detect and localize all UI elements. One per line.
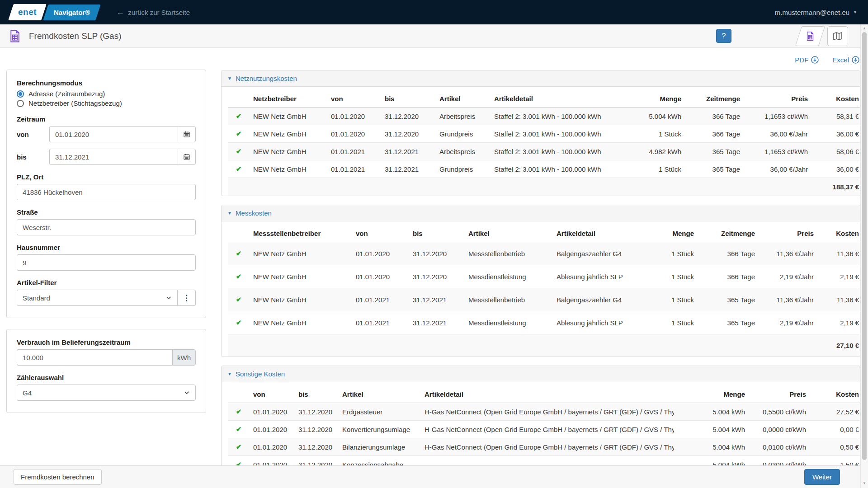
top-navbar: enet Navigator® ← zurück zur Startseite … [0, 0, 868, 24]
check-icon: ✔ [236, 130, 242, 137]
col-artikeldetail: Artikeldetail [553, 222, 648, 242]
cell-messstellenbetreiber: NEW Netz GmbH [250, 265, 352, 288]
von-calendar-button[interactable] [178, 126, 196, 142]
cell-preis: 2,19 €/Jahr [759, 265, 817, 288]
hausnummer-input[interactable] [17, 254, 196, 271]
artikel-filter-select[interactable]: Standard [17, 290, 178, 306]
radio-adresse-control[interactable] [17, 90, 24, 98]
bis-date-input[interactable] [49, 149, 178, 165]
cell-kosten: 1,50 € [810, 456, 860, 466]
help-button[interactable]: ? [716, 29, 731, 43]
radio-netzbetreiber-control[interactable] [17, 100, 24, 107]
section-title: Messkosten [236, 209, 272, 217]
cell-bis: 31.12.2021 [381, 160, 436, 178]
cell-preis: 0,0300 ct/kWh [749, 456, 810, 466]
col-kosten: Kosten [817, 222, 860, 242]
col-kosten: Kosten [810, 383, 860, 403]
cell-kosten: 11,36 € [817, 288, 860, 311]
cell-bis: 31.12.2021 [409, 288, 465, 311]
section-title: Netznutzungskosten [236, 75, 297, 82]
cell-von: 01.01.2020 [250, 403, 295, 421]
enet-navigator-logo[interactable]: enet Navigator® [11, 4, 98, 20]
cell-artikel: Konzessionsabgabe [339, 456, 421, 466]
logo-enet-text: enet [18, 7, 37, 17]
col-netzbetreiber: Netzbetreiber [250, 88, 327, 108]
weiter-button[interactable]: Weiter [804, 469, 840, 485]
cell-artikeldetail: Balgengaszaehler G4 [553, 242, 648, 265]
strasse-label: Straße [17, 208, 196, 216]
radio-netzbetreiber[interactable]: Netzbetreiber (Stichtagsbezug) [17, 99, 196, 107]
von-date-input[interactable] [49, 126, 178, 142]
cell-kosten: 0,00 € [810, 421, 860, 438]
vertical-scrollbar[interactable]: ▲ ▼ [860, 24, 868, 488]
check-icon: ✔ [236, 147, 242, 155]
cell-artikeldetail: Staffel 2: 3.001 kWh - 100.000 kWh [491, 143, 626, 160]
scrollbar-thumb[interactable] [862, 32, 867, 460]
cell-preis: 11,36 €/Jahr [759, 242, 817, 265]
table-row: ✔ NEW Netz GmbH 01.01.2021 31.12.2021 Ar… [228, 143, 860, 160]
col-artikeldetail: Artikeldetail [421, 383, 674, 403]
cell-artikel: Erdgassteuer [339, 403, 421, 421]
cell-artikeldetail: H-Gas NetConnect (Open Grid Europe GmbH … [421, 403, 674, 421]
cell-menge: 1 Stück [648, 311, 698, 334]
col-artikel: Artikel [339, 383, 421, 403]
col-menge: Menge [674, 383, 749, 403]
page-title: Fremdkosten SLP (Gas) [29, 31, 122, 41]
cell-von: 01.01.2020 [250, 421, 295, 438]
scroll-up-icon[interactable]: ▲ [861, 26, 868, 30]
consumption-card: Verbrauch im Belieferungszeitraum kWh Zä… [6, 329, 206, 413]
check-icon: ✔ [236, 408, 242, 415]
cell-artikeldetail: Staffel 2: 3.001 kWh - 100.000 kWh [491, 108, 626, 125]
excel-export-link[interactable]: Excel [832, 56, 859, 64]
cell-zeitmenge: 365 Tage [685, 143, 744, 160]
check-column-header [228, 88, 250, 108]
sonstige-kosten-table: von bis Artikel Artikeldetail Menge Prei… [228, 383, 860, 465]
cell-kosten: 36,00 € [811, 160, 860, 178]
cell-zeitmenge: 366 Tage [685, 108, 744, 125]
cell-netzbetreiber: NEW Netz GmbH [250, 160, 327, 178]
check-icon: ✔ [236, 165, 242, 173]
artikel-filter-menu-button[interactable]: ⋮ [178, 290, 196, 306]
col-preis: Preis [749, 383, 810, 403]
table-row: ✔ NEW Netz GmbH 01.01.2021 31.12.2021 Gr… [228, 160, 860, 178]
cell-kosten: 36,00 € [811, 125, 860, 143]
calculate-button[interactable]: Fremdkosten berechnen [14, 469, 102, 485]
cell-von: 01.01.2020 [250, 438, 295, 456]
zaehlerauswahl-select[interactable]: G4 [17, 385, 196, 401]
cell-netzbetreiber: NEW Netz GmbH [250, 125, 327, 143]
report-document-button[interactable] [795, 26, 825, 46]
cell-kosten: 11,36 € [817, 242, 860, 265]
col-preis: Preis [744, 88, 811, 108]
sonstige-kosten-toggle[interactable]: ▼ Sonstige Kosten [222, 366, 860, 382]
strasse-input[interactable] [17, 219, 196, 235]
map-button[interactable] [827, 26, 848, 46]
user-menu[interactable]: m.mustermann@enet.eu ▼ [775, 9, 857, 16]
cell-zeitmenge: 365 Tage [698, 288, 759, 311]
plz-ort-input[interactable] [17, 184, 196, 200]
page-header: Fremdkosten SLP (Gas) ? [0, 24, 868, 48]
caret-down-icon: ▼ [853, 10, 857, 14]
cell-preis: 2,19 €/Jahr [759, 311, 817, 334]
netznutzungskosten-toggle[interactable]: ▼ Netznutzungskosten [222, 70, 860, 87]
cell-menge: 5.004 kWh [626, 108, 685, 125]
cell-artikel: Arbeitspreis [436, 143, 491, 160]
check-column-header [228, 383, 250, 403]
verbrauch-input[interactable] [17, 349, 172, 366]
back-to-home-link[interactable]: ← zurück zur Startseite [116, 8, 190, 16]
scroll-down-icon[interactable]: ▼ [861, 481, 868, 485]
cell-artikeldetail: H-Gas NetConnect (Open Grid Europe GmbH … [421, 421, 674, 438]
pdf-export-link[interactable]: PDF [795, 56, 819, 64]
chevron-down-icon [165, 295, 172, 301]
col-artikel: Artikel [436, 88, 491, 108]
bis-calendar-button[interactable] [178, 149, 196, 165]
table-row: ✔ NEW Netz GmbH 01.01.2021 31.12.2021 Me… [228, 288, 860, 311]
cell-menge: 5.004 kWh [674, 421, 749, 438]
messkosten-toggle[interactable]: ▼ Messkosten [222, 205, 860, 221]
radio-adresse[interactable]: Adresse (Zeitraumbezug) [17, 90, 196, 98]
cell-artikeldetail: Ablesung jährlich SLP [553, 265, 648, 288]
col-bis: bis [295, 383, 339, 403]
cell-kosten: 0,50 € [810, 438, 860, 456]
cell-menge: 4.982 kWh [626, 143, 685, 160]
user-email: m.mustermann@enet.eu [775, 9, 849, 16]
section-title: Sonstige Kosten [236, 370, 285, 378]
